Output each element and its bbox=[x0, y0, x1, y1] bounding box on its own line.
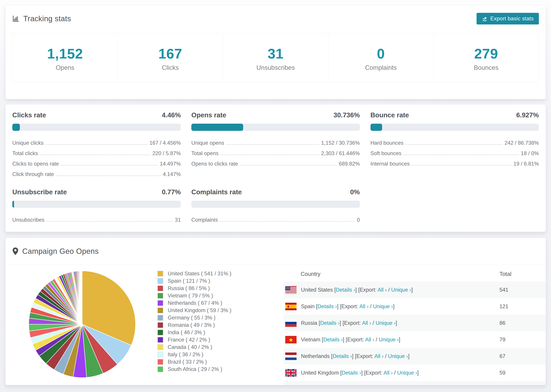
legend-swatch bbox=[157, 278, 163, 284]
details-link[interactable]: Details › bbox=[336, 287, 355, 293]
legend-item-south-africa: South Africa ( 29 / 2% ) bbox=[157, 365, 231, 373]
geo-table-header-total: Total bbox=[500, 271, 546, 277]
tracking-stats-card: Tracking stats Export basic stats 1,152O… bbox=[5, 5, 546, 99]
geo-header: Campaign Geo Opens bbox=[6, 238, 546, 265]
details-link[interactable]: Details › bbox=[332, 353, 352, 359]
rate-detail-row: Soft bounces18 / 0% bbox=[370, 147, 539, 158]
rate-detail-row: Unique clicks167 / 4.456% bbox=[12, 137, 181, 147]
rate-progressbar bbox=[12, 201, 181, 208]
pie-legend: United States ( 541 / 31% )Spain ( 121 /… bbox=[157, 270, 231, 373]
rate-detail-label: Click through rate bbox=[12, 171, 54, 178]
dotted-leader bbox=[403, 155, 519, 155]
export-all-link[interactable]: All › bbox=[359, 303, 368, 309]
legend-label: India ( 46 / 3% ) bbox=[168, 329, 205, 336]
rate-detail-label: Soft bounces bbox=[370, 150, 402, 158]
export-unique-link[interactable]: Unique › bbox=[376, 320, 396, 326]
geo-row-total: 86 bbox=[500, 320, 546, 326]
rate-detail-row: Click through rate4.147% bbox=[12, 168, 181, 178]
rate-title: Clicks rate bbox=[12, 111, 46, 119]
legend-swatch bbox=[157, 293, 163, 299]
rate-detail-value: 18 / 0% bbox=[521, 150, 539, 158]
export-unique-link[interactable]: Unique › bbox=[388, 353, 408, 359]
export-unique-link[interactable]: Unique › bbox=[373, 303, 393, 309]
dotted-leader bbox=[56, 175, 161, 176]
export-unique-link[interactable]: Unique › bbox=[397, 370, 417, 376]
stat-label: Unsubscribes bbox=[256, 64, 295, 71]
stat-value: 279 bbox=[474, 46, 498, 62]
details-link[interactable]: Details › bbox=[320, 320, 340, 326]
geo-row-country-cell: Netherlands [Details ›] [Export: All › /… bbox=[283, 352, 500, 360]
rate-detail-label: Total clicks bbox=[12, 150, 38, 158]
export-unique-link[interactable]: Unique › bbox=[379, 336, 399, 343]
legend-swatch bbox=[157, 344, 163, 350]
flag-vn-icon bbox=[285, 336, 301, 343]
country-name: Netherlands bbox=[301, 353, 331, 359]
stat-label: Opens bbox=[56, 64, 74, 71]
flag-es-icon bbox=[285, 303, 301, 310]
pie-slice-other-53[interactable] bbox=[82, 271, 82, 324]
legend-item-brazil: Brazil ( 33 / 2% ) bbox=[157, 358, 231, 365]
export-all-link[interactable]: All › bbox=[383, 370, 393, 376]
export-all-link[interactable]: All › bbox=[378, 287, 387, 293]
geo-row-country-cell: United Kingdom [Details ›] [Export: All … bbox=[283, 369, 500, 377]
geo-table-row-gb: United Kingdom [Details ›] [Export: All … bbox=[283, 364, 546, 381]
geo-row-total: 121 bbox=[500, 303, 546, 309]
stat-label: Complaints bbox=[365, 64, 397, 71]
export-label: [Export: bbox=[340, 303, 359, 309]
details-link[interactable]: Details › bbox=[323, 336, 343, 343]
flag-nl-icon bbox=[285, 352, 301, 360]
legend-label: United States ( 541 / 31% ) bbox=[168, 271, 231, 277]
rate-detail-value: 31 bbox=[175, 217, 181, 224]
stat-box: 1,152Opens bbox=[12, 35, 118, 83]
rate-detail-row: Complaints0 bbox=[191, 214, 360, 224]
stat-label: Clicks bbox=[162, 64, 179, 71]
legend-item-italy: Italy ( 36 / 2% ) bbox=[157, 351, 231, 358]
export-all-link[interactable]: All › bbox=[365, 336, 374, 343]
legend-item-netherlands: Netherlands ( 67 / 4% ) bbox=[157, 299, 231, 307]
legend-label: Italy ( 36 / 2% ) bbox=[168, 351, 203, 358]
rate-detail-value: 167 / 4.456% bbox=[149, 140, 181, 147]
rate-detail-value: 1,152 / 30.736% bbox=[321, 140, 360, 147]
details-link[interactable]: Details › bbox=[342, 370, 361, 376]
rate-detail-value: 220 / 5.87% bbox=[152, 150, 181, 158]
export-label: [Export: bbox=[346, 336, 365, 343]
rate-detail-label: Internal bounces bbox=[370, 161, 410, 168]
flag-us-icon bbox=[285, 286, 301, 294]
country-name: Spain bbox=[301, 303, 316, 309]
export-label: [Export: bbox=[343, 320, 362, 326]
rate-detail-value: 689.82% bbox=[339, 161, 360, 168]
rate-detail-row: Total opens2,303 / 61.446% bbox=[191, 147, 360, 158]
details-link[interactable]: Details › bbox=[318, 303, 337, 309]
geo-table-row-vn: Vietnam [Details ›] [Export: All › / Uni… bbox=[283, 331, 546, 348]
dotted-leader bbox=[221, 155, 319, 155]
legend-item-united-kingdom: United Kingdom ( 59 / 3% ) bbox=[157, 307, 231, 314]
rate-panel-complaints-rate: Complaints rate0%Complaints0 bbox=[191, 188, 360, 224]
flag-gb-icon bbox=[285, 369, 301, 377]
export-label: [Export: bbox=[355, 353, 374, 359]
legend-swatch bbox=[157, 315, 163, 321]
legend-swatch bbox=[157, 366, 163, 372]
geo-opens-pie-chart[interactable] bbox=[26, 268, 139, 381]
country-name: Russia bbox=[301, 320, 319, 326]
legend-swatch bbox=[157, 286, 163, 291]
export-unique-link[interactable]: Unique › bbox=[391, 287, 411, 293]
location-pin-icon bbox=[12, 247, 19, 255]
export-all-link[interactable]: All › bbox=[362, 320, 371, 326]
export-icon bbox=[482, 16, 487, 21]
legend-swatch bbox=[157, 352, 163, 357]
dotted-leader bbox=[406, 144, 502, 145]
legend-item-vietnam: Vietnam ( 79 / 5% ) bbox=[157, 292, 231, 299]
export-basic-stats-button[interactable]: Export basic stats bbox=[477, 13, 539, 24]
geo-table-header-country: Country bbox=[283, 271, 500, 277]
legend-label: Brazil ( 33 / 2% ) bbox=[168, 359, 207, 365]
rate-detail-label: Hard bounces bbox=[370, 140, 403, 147]
legend-label: France ( 42 / 2% ) bbox=[168, 337, 210, 343]
rate-detail-row: Total clicks220 / 5.87% bbox=[12, 147, 181, 158]
rate-detail-row: Clicks to opens rate14.497% bbox=[12, 158, 181, 168]
legend-item-india: India ( 46 / 3% ) bbox=[157, 329, 231, 336]
export-all-link[interactable]: All › bbox=[374, 353, 383, 359]
geo-row-country-cell: Spain [Details ›] [Export: All › / Uniqu… bbox=[283, 303, 500, 310]
geo-row-total: 79 bbox=[500, 336, 546, 343]
export-basic-stats-label: Export basic stats bbox=[490, 15, 534, 22]
rate-value: 4.46% bbox=[162, 111, 181, 119]
